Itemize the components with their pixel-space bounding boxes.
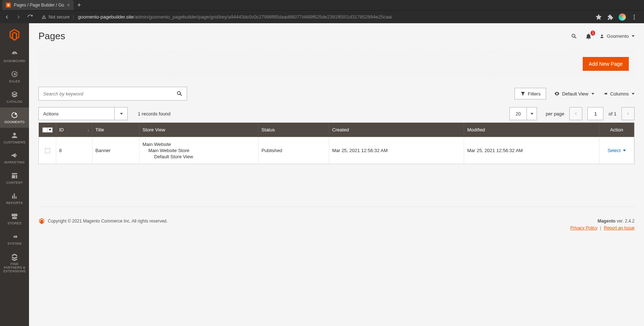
profile-icon[interactable]: [619, 13, 626, 21]
menu-icon[interactable]: [631, 14, 637, 20]
search-box: [38, 87, 187, 101]
sidebar: DASHBOARD SALES CATALOG GOOMENTO CUSTOME…: [0, 23, 29, 326]
caret-down-icon: [531, 113, 533, 115]
sidebar-label: MARKETING: [4, 161, 25, 164]
report-link[interactable]: Report an Issue: [604, 225, 635, 231]
sidebar-item-dashboard[interactable]: DASHBOARD: [0, 46, 29, 67]
svg-point-1: [634, 16, 635, 17]
back-button[interactable]: [3, 13, 11, 21]
sidebar-label: CUSTOMERS: [4, 141, 25, 144]
col-modified[interactable]: Modified: [464, 123, 599, 137]
product-name: Magento: [598, 219, 615, 224]
row-id: 8: [56, 137, 92, 164]
magento-favicon: [6, 3, 11, 8]
table-row[interactable]: 8 Banner Main Website Main Website Store…: [39, 137, 634, 164]
col-status[interactable]: Status: [259, 123, 329, 137]
sidebar-label: GOOMENTO: [4, 121, 25, 124]
not-secure-label: Not secure: [49, 15, 70, 20]
reload-button[interactable]: [26, 13, 34, 21]
perpage-select[interactable]: 20: [509, 107, 537, 120]
actions-label: Actions: [43, 111, 59, 117]
caret-down-icon: [120, 113, 123, 115]
sidebar-item-marketing[interactable]: MARKETING: [0, 148, 29, 168]
prev-page-button[interactable]: [569, 107, 582, 120]
perpage-value: 20: [509, 107, 527, 120]
search-icon[interactable]: [570, 33, 578, 40]
page-total: of 1: [608, 111, 616, 117]
sidebar-label: CONTENT: [6, 181, 23, 185]
sidebar-item-partners[interactable]: FIND PARTNERS & EXTENSIONS: [0, 249, 29, 277]
sidebar-label: FIND PARTNERS & EXTENSIONS: [2, 262, 27, 273]
product-version: ver. 2.4.2: [615, 219, 635, 224]
sidebar-item-reports[interactable]: REPORTS: [0, 188, 29, 209]
sidebar-item-system[interactable]: SYSTEM: [0, 229, 29, 249]
caret-down-icon: [591, 93, 594, 95]
row-action[interactable]: Select: [599, 137, 634, 164]
new-tab-button[interactable]: +: [77, 1, 81, 9]
sidebar-item-sales[interactable]: SALES: [0, 67, 29, 87]
row-title: Banner: [92, 137, 140, 164]
sidebar-item-customers[interactable]: CUSTOMERS: [0, 128, 29, 148]
sidebar-label: SALES: [9, 80, 20, 83]
notification-icon[interactable]: 1: [585, 33, 592, 40]
checkbox-dropdown[interactable]: [48, 127, 53, 133]
row-status: Published: [259, 137, 329, 164]
sidebar-label: STORES: [8, 222, 22, 225]
perpage-label: per page: [546, 111, 564, 117]
url-host: goomento-pagebuilder.site: [78, 14, 133, 20]
caret-down-icon: [632, 93, 635, 95]
filters-label: Filters: [528, 91, 541, 97]
sidebar-label: SYSTEM: [8, 242, 22, 246]
row-created: Mar 25, 2021 12:56:32 AM: [329, 137, 465, 164]
star-icon[interactable]: [595, 14, 602, 20]
sidebar-item-content[interactable]: CONTENT: [0, 168, 29, 188]
page-title: Pages: [38, 30, 65, 42]
col-action: Action: [599, 123, 634, 137]
header-checkbox[interactable]: [39, 123, 56, 137]
warning-icon: [41, 15, 46, 20]
row-checkbox[interactable]: [45, 148, 50, 153]
sidebar-label: DASHBOARD: [4, 60, 25, 63]
add-new-page-button[interactable]: Add New Page: [583, 57, 629, 71]
browser-tab[interactable]: Pages / Page Builder / Go ×: [2, 0, 74, 10]
close-tab-icon[interactable]: ×: [67, 2, 70, 8]
row-modified: Mar 25, 2021 12:56:32 AM: [464, 137, 599, 164]
url-path: /admin/goomento_pagebuilder/page/grid/ke…: [133, 14, 392, 20]
actions-dropdown[interactable]: Actions: [38, 107, 128, 120]
svg-point-2: [634, 18, 635, 19]
sidebar-label: REPORTS: [6, 201, 22, 205]
svg-point-0: [634, 15, 635, 16]
data-grid: ID Title Store View Status Created Modif…: [38, 122, 635, 164]
records-found: 1 records found: [138, 111, 170, 117]
magento-logo[interactable]: [0, 23, 29, 46]
search-button[interactable]: [173, 87, 186, 101]
col-created[interactable]: Created: [329, 123, 465, 137]
search-input[interactable]: [38, 87, 187, 101]
col-store[interactable]: Store View: [140, 123, 259, 137]
columns-button[interactable]: Columns: [602, 91, 635, 97]
user-name: Goomento: [607, 33, 629, 39]
sidebar-item-stores[interactable]: STORES: [0, 209, 29, 229]
extension-icon[interactable]: [607, 14, 614, 20]
forward-button[interactable]: [15, 13, 22, 21]
checkbox[interactable]: [42, 127, 48, 133]
user-menu[interactable]: Goomento: [599, 33, 635, 39]
filters-button[interactable]: Filters: [515, 88, 546, 99]
columns-label: Columns: [610, 91, 629, 97]
default-view-button[interactable]: Default View: [554, 91, 594, 97]
address-bar[interactable]: Not secure goomento-pagebuilder.site/adm…: [38, 12, 588, 22]
next-page-button[interactable]: [622, 107, 635, 120]
page-input[interactable]: [587, 107, 603, 120]
sidebar-item-catalog[interactable]: CATALOG: [0, 87, 29, 107]
sidebar-label: CATALOG: [7, 100, 22, 104]
col-title[interactable]: Title: [92, 123, 140, 137]
magento-icon: [38, 218, 45, 224]
default-view-label: Default View: [562, 91, 589, 97]
sidebar-item-goomento[interactable]: GOOMENTO: [0, 107, 29, 128]
privacy-link[interactable]: Privacy Policy: [570, 225, 598, 231]
caret-down-icon: [632, 35, 635, 37]
tab-title: Pages / Page Builder / Go: [14, 3, 64, 8]
notification-count: 1: [591, 30, 595, 36]
col-id[interactable]: ID: [56, 123, 92, 137]
row-store: Main Website Main Website Store Default …: [140, 137, 259, 164]
